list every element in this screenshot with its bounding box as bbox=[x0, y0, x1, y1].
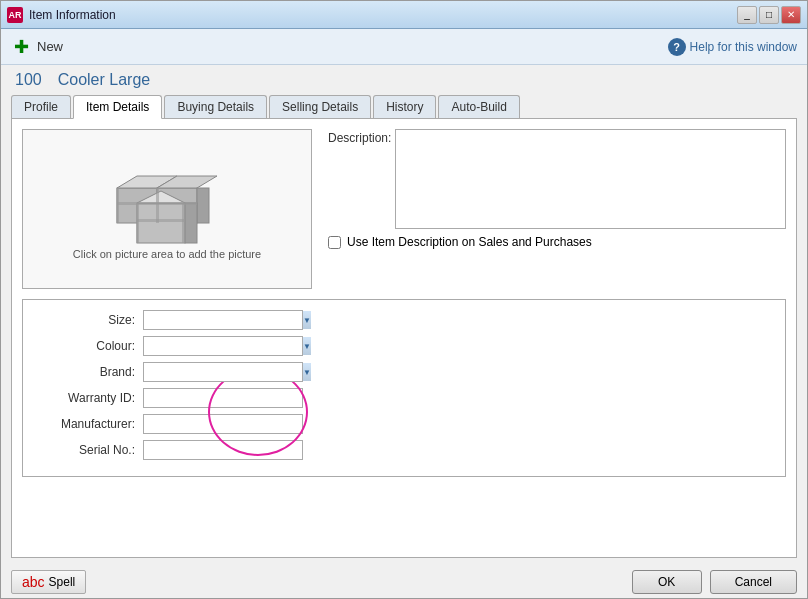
window-title: Item Information bbox=[29, 8, 116, 22]
minimize-button[interactable]: _ bbox=[737, 6, 757, 24]
manufacturer-label: Manufacturer: bbox=[33, 417, 143, 431]
checkbox-label: Use Item Description on Sales and Purcha… bbox=[347, 235, 592, 249]
toolbar: ✚ New ? Help for this window bbox=[1, 29, 807, 65]
help-icon: ? bbox=[668, 38, 686, 56]
toolbar-left: ✚ New bbox=[11, 37, 63, 57]
manufacturer-input[interactable] bbox=[143, 414, 303, 434]
top-section: Click on picture area to add the picture… bbox=[22, 129, 786, 289]
colour-dropdown-button[interactable]: ▼ bbox=[302, 337, 311, 355]
help-button[interactable]: ? Help for this window bbox=[668, 38, 797, 56]
tab-selling-details[interactable]: Selling Details bbox=[269, 95, 371, 118]
size-label: Size: bbox=[33, 313, 143, 327]
title-controls: _ □ ✕ bbox=[737, 6, 801, 24]
tab-buying-details[interactable]: Buying Details bbox=[164, 95, 267, 118]
boxes-image bbox=[112, 158, 222, 248]
new-button[interactable]: New bbox=[37, 39, 63, 54]
manufacturer-row: Manufacturer: bbox=[33, 414, 775, 434]
picture-area[interactable]: Click on picture area to add the picture bbox=[22, 129, 312, 289]
warranty-id-input[interactable] bbox=[143, 388, 303, 408]
spell-icon: abc bbox=[22, 574, 45, 590]
title-bar: AR Item Information _ □ ✕ bbox=[1, 1, 807, 29]
svg-rect-6 bbox=[137, 203, 185, 243]
warranty-id-row: Warranty ID: bbox=[33, 388, 775, 408]
tab-content: Click on picture area to add the picture… bbox=[11, 118, 797, 558]
colour-input[interactable] bbox=[144, 337, 302, 355]
colour-label: Colour: bbox=[33, 339, 143, 353]
svg-rect-15 bbox=[156, 188, 159, 223]
brand-input[interactable] bbox=[144, 363, 302, 381]
ok-button[interactable]: OK bbox=[632, 570, 702, 594]
size-dropdown[interactable]: ▼ bbox=[143, 310, 303, 330]
size-input[interactable] bbox=[144, 311, 302, 329]
maximize-button[interactable]: □ bbox=[759, 6, 779, 24]
use-description-checkbox[interactable] bbox=[328, 236, 341, 249]
size-dropdown-button[interactable]: ▼ bbox=[302, 311, 311, 329]
item-name: Cooler Large bbox=[58, 71, 151, 89]
colour-dropdown[interactable]: ▼ bbox=[143, 336, 303, 356]
brand-dropdown-button[interactable]: ▼ bbox=[302, 363, 311, 381]
spell-button[interactable]: abc Spell bbox=[11, 570, 86, 594]
main-window: AR Item Information _ □ ✕ ✚ New ? Help f… bbox=[0, 0, 808, 599]
svg-rect-8 bbox=[185, 203, 197, 243]
brand-label: Brand: bbox=[33, 365, 143, 379]
new-icon: ✚ bbox=[11, 37, 31, 57]
svg-rect-13 bbox=[182, 203, 185, 243]
size-row: Size: ▼ bbox=[33, 310, 775, 330]
item-header: 100 Cooler Large bbox=[1, 65, 807, 95]
svg-rect-14 bbox=[116, 188, 119, 223]
picture-label: Click on picture area to add the picture bbox=[73, 248, 261, 260]
app-icon: AR bbox=[7, 7, 23, 23]
help-label: Help for this window bbox=[690, 40, 797, 54]
brand-dropdown[interactable]: ▼ bbox=[143, 362, 303, 382]
item-number: 100 bbox=[15, 71, 42, 89]
spell-label: Spell bbox=[49, 575, 76, 589]
tabs-bar: Profile Item Details Buying Details Sell… bbox=[1, 95, 807, 118]
serial-no-label: Serial No.: bbox=[33, 443, 143, 457]
svg-rect-12 bbox=[136, 203, 139, 243]
tab-profile[interactable]: Profile bbox=[11, 95, 71, 118]
serial-no-row: Serial No.: bbox=[33, 440, 775, 460]
brand-row: Brand: ▼ bbox=[33, 362, 775, 382]
ok-cancel-group: OK Cancel bbox=[632, 570, 797, 594]
checkbox-row: Use Item Description on Sales and Purcha… bbox=[328, 235, 786, 249]
warranty-id-label: Warranty ID: bbox=[33, 391, 143, 405]
svg-rect-10 bbox=[157, 202, 197, 205]
tab-auto-build[interactable]: Auto-Build bbox=[438, 95, 519, 118]
svg-rect-11 bbox=[137, 219, 185, 222]
close-button[interactable]: ✕ bbox=[781, 6, 801, 24]
serial-no-input[interactable] bbox=[143, 440, 303, 460]
bottom-bar: abc Spell OK Cancel bbox=[1, 566, 807, 598]
svg-rect-5 bbox=[197, 188, 209, 223]
cancel-button[interactable]: Cancel bbox=[710, 570, 797, 594]
description-label: Description: bbox=[328, 129, 391, 145]
tab-history[interactable]: History bbox=[373, 95, 436, 118]
tab-item-details[interactable]: Item Details bbox=[73, 95, 162, 119]
colour-row: Colour: ▼ bbox=[33, 336, 775, 356]
description-section: Description: Use Item Description on Sal… bbox=[328, 129, 786, 289]
description-textarea[interactable] bbox=[395, 129, 786, 229]
fields-section: Size: ▼ Colour: ▼ Brand: ▼ bbox=[22, 299, 786, 477]
